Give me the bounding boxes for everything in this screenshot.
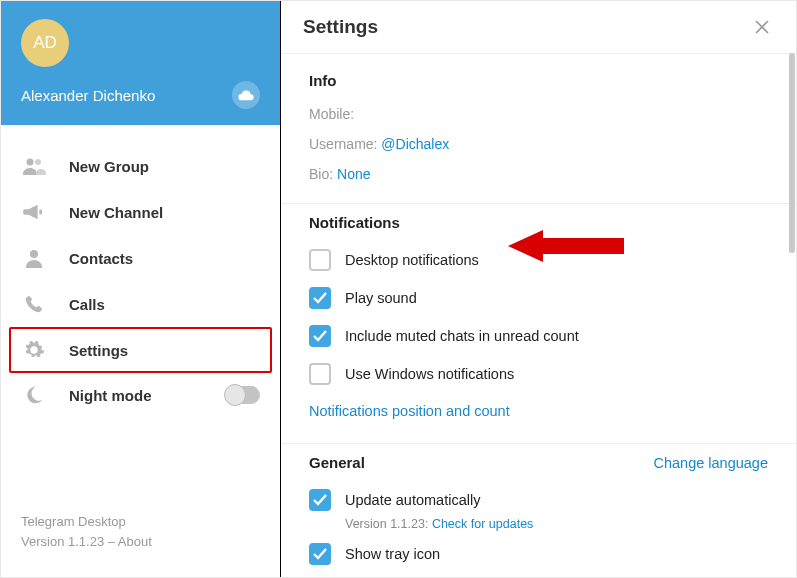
- sidebar-item-label: New Group: [69, 158, 149, 175]
- sidebar-item-night-mode[interactable]: Night mode: [1, 373, 280, 417]
- sidebar-item-label: New Channel: [69, 204, 163, 221]
- cloud-icon[interactable]: [232, 81, 260, 109]
- check-taskbar-icon[interactable]: Show taskbar icon: [309, 573, 768, 577]
- page-title: Settings: [303, 16, 378, 38]
- megaphone-icon: [21, 201, 47, 223]
- sidebar-item-label: Night mode: [69, 387, 152, 404]
- info-username[interactable]: Username: @Dichalex: [309, 129, 768, 159]
- info-username-value: @Dichalex: [381, 136, 449, 152]
- username-row: Alexander Dichenko: [21, 81, 260, 109]
- check-tray-icon[interactable]: Show tray icon: [309, 535, 768, 573]
- info-username-label: Username:: [309, 136, 377, 152]
- check-label: Include muted chats in unread count: [345, 328, 579, 344]
- check-auto-update[interactable]: Update automatically: [309, 481, 768, 519]
- scrollbar[interactable]: [789, 53, 795, 253]
- night-mode-toggle[interactable]: [226, 386, 260, 404]
- sidebar-footer: Telegram Desktop Version 1.1.23 – About: [1, 496, 280, 577]
- section-notifications: Notifications Desktop notifications Play…: [281, 203, 796, 443]
- group-icon: [21, 155, 47, 177]
- sidebar-item-label: Calls: [69, 296, 105, 313]
- settings-body: Info Mobile: Username: @Dichalex Bio: No…: [281, 54, 796, 577]
- info-mobile-label: Mobile:: [309, 106, 354, 122]
- sidebar: AD Alexander Dichenko New Group New: [1, 1, 281, 577]
- check-updates-link[interactable]: Check for updates: [432, 517, 533, 531]
- night-left: Night mode: [21, 385, 152, 405]
- section-general: General Change language Update automatic…: [281, 443, 796, 577]
- checkbox-icon: [309, 325, 331, 347]
- check-desktop-notifications[interactable]: Desktop notifications: [309, 241, 768, 279]
- check-label: Use Windows notifications: [345, 366, 514, 382]
- sidebar-item-label: Contacts: [69, 250, 133, 267]
- checkbox-icon: [309, 543, 331, 565]
- close-icon[interactable]: [750, 15, 774, 39]
- check-label: Update automatically: [345, 492, 480, 508]
- section-heading: Notifications: [309, 214, 768, 231]
- settings-panel: Settings Info Mobile: Username: @Dichale…: [281, 1, 796, 577]
- avatar-initials: AD: [33, 33, 57, 53]
- svg-point-2: [30, 250, 38, 258]
- footer-version[interactable]: Version 1.1.23 – About: [21, 532, 260, 552]
- app-window: AD Alexander Dichenko New Group New: [0, 0, 797, 578]
- checkbox-icon: [309, 363, 331, 385]
- sidebar-item-contacts[interactable]: Contacts: [1, 235, 280, 281]
- section-info: Info Mobile: Username: @Dichalex Bio: No…: [281, 62, 796, 203]
- notifications-position-link[interactable]: Notifications position and count: [309, 393, 768, 429]
- section-heading: General: [309, 454, 365, 471]
- info-mobile[interactable]: Mobile:: [309, 99, 768, 129]
- svg-point-0: [27, 159, 34, 166]
- check-label: Desktop notifications: [345, 252, 479, 268]
- avatar[interactable]: AD: [21, 19, 69, 67]
- checkbox-icon: [309, 489, 331, 511]
- info-bio-value: None: [337, 166, 370, 182]
- info-bio[interactable]: Bio: None: [309, 159, 768, 189]
- check-label: Show tray icon: [345, 546, 440, 562]
- sidebar-item-calls[interactable]: Calls: [1, 281, 280, 327]
- sidebar-item-label: Settings: [69, 342, 128, 359]
- person-icon: [21, 247, 47, 269]
- sidebar-item-settings[interactable]: Settings: [9, 327, 272, 373]
- sidebar-header: AD Alexander Dichenko: [1, 1, 280, 125]
- sidebar-item-new-channel[interactable]: New Channel: [1, 189, 280, 235]
- phone-icon: [21, 293, 47, 315]
- check-include-muted[interactable]: Include muted chats in unread count: [309, 317, 768, 355]
- auto-update-sublabel: Version 1.1.23: Check for updates: [309, 517, 768, 531]
- footer-app-name: Telegram Desktop: [21, 512, 260, 532]
- sidebar-username: Alexander Dichenko: [21, 87, 155, 104]
- sidebar-item-new-group[interactable]: New Group: [1, 143, 280, 189]
- check-windows-notifications[interactable]: Use Windows notifications: [309, 355, 768, 393]
- check-label: Play sound: [345, 290, 417, 306]
- checkbox-icon: [309, 287, 331, 309]
- checkbox-icon: [309, 249, 331, 271]
- check-play-sound[interactable]: Play sound: [309, 279, 768, 317]
- sidebar-nav: New Group New Channel Contacts Calls: [1, 125, 280, 496]
- change-language-link[interactable]: Change language: [654, 455, 769, 471]
- version-prefix: Version 1.1.23:: [345, 517, 428, 531]
- gear-icon: [21, 339, 47, 361]
- settings-header: Settings: [281, 1, 796, 54]
- svg-point-1: [35, 159, 41, 165]
- moon-icon: [21, 385, 47, 405]
- section-heading: Info: [309, 72, 768, 89]
- info-bio-label: Bio:: [309, 166, 333, 182]
